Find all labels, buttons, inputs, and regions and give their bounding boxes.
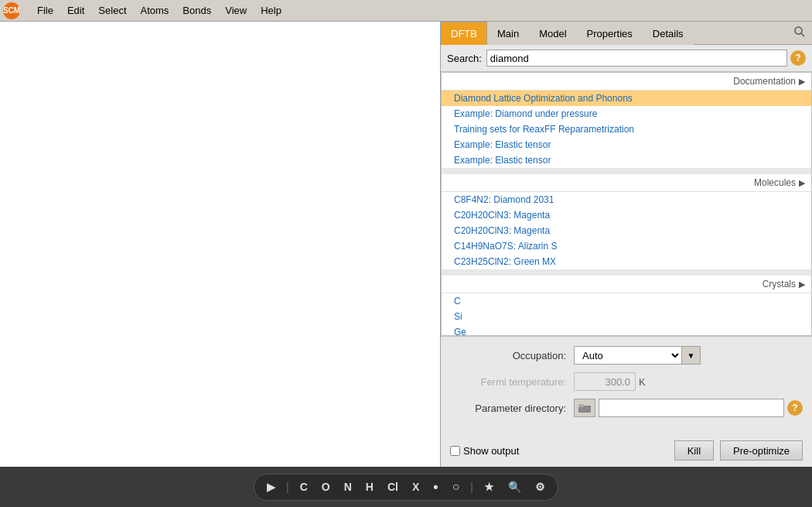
oxygen-tool[interactable]: O	[319, 479, 333, 495]
divider-1	[442, 168, 811, 174]
fermi-row: Fermi temperature: K	[450, 372, 803, 391]
documentation-expand-icon: ▶	[799, 77, 805, 87]
show-output-checkbox[interactable]	[450, 446, 460, 456]
svg-rect-3	[578, 404, 584, 407]
star-tool[interactable]: ★	[481, 479, 497, 495]
documentation-section-header[interactable]: Documentation ▶	[442, 73, 811, 91]
param-dir-input[interactable]	[599, 399, 784, 417]
doc-result-4[interactable]: Example: Elastic tensor	[442, 152, 811, 168]
occupation-field: Auto ▼	[574, 346, 803, 365]
param-dir-label: Parameter directory:	[450, 403, 574, 414]
show-output-wrap: Show output	[450, 445, 519, 457]
occupation-row: Occupation: Auto ▼	[450, 346, 803, 365]
mol-result-0[interactable]: C8F4N2: Diamond 2031	[442, 192, 811, 207]
search-input[interactable]	[486, 50, 787, 67]
toolbar-pill: ▶ | C O N H Cl X • ○ | ★ 🔍 ⚙	[254, 474, 558, 501]
crystal-result-0[interactable]: C	[442, 293, 811, 309]
action-row: Show output Kill Pre-optimize	[441, 434, 812, 467]
param-dir-field: ?	[574, 399, 803, 417]
select-menu[interactable]: Select	[92, 3, 132, 18]
occupation-label: Occupation:	[450, 350, 574, 361]
tab-main[interactable]: Main	[487, 22, 529, 45]
bottom-toolbar: ▶ | C O N H Cl X • ○ | ★ 🔍 ⚙	[0, 467, 812, 507]
file-menu[interactable]: File	[31, 3, 60, 18]
param-dir-row: Parameter directory: ?	[450, 399, 803, 417]
molecules-expand-icon: ▶	[799, 178, 805, 188]
cursor-tool[interactable]: ▶	[264, 479, 278, 495]
settings-panel: Occupation: Auto ▼ Fermi temperature: K	[441, 336, 812, 434]
divider-2	[442, 269, 811, 276]
tab-search-icon[interactable]	[787, 22, 812, 43]
tab-model[interactable]: Model	[529, 22, 576, 45]
x-tool[interactable]: X	[409, 479, 422, 495]
main-layout: DFTB Main Model Properties Details Searc…	[0, 22, 812, 467]
scm-logo: SCM	[3, 2, 23, 19]
show-output-label[interactable]: Show output	[463, 445, 519, 457]
doc-result-1[interactable]: Example: Diamond under pressure	[442, 106, 811, 122]
param-dir-help-button[interactable]: ?	[787, 400, 803, 416]
edit-menu[interactable]: Edit	[61, 3, 90, 18]
fermi-input	[574, 372, 636, 391]
kill-button[interactable]: Kill	[674, 440, 714, 461]
view-menu[interactable]: View	[219, 3, 253, 18]
chlorine-tool[interactable]: Cl	[384, 479, 401, 495]
crystals-expand-icon: ▶	[799, 279, 805, 289]
scm-icon: SCM	[3, 2, 20, 19]
help-menu[interactable]: Help	[254, 3, 288, 18]
magnify-tool[interactable]: 🔍	[505, 479, 524, 495]
tab-properties[interactable]: Properties	[577, 22, 643, 45]
search-area: Search: ?	[441, 45, 812, 72]
svg-line-1	[801, 33, 804, 36]
search-label: Search:	[447, 53, 482, 64]
gear-tool[interactable]: ⚙	[532, 479, 548, 495]
doc-result-3[interactable]: Example: Elastic tensor	[442, 137, 811, 152]
param-dir-browse-button[interactable]	[574, 399, 595, 417]
doc-result-2[interactable]: Training sets for ReaxFF Reparametrizati…	[442, 122, 811, 137]
dot-tool[interactable]: •	[430, 478, 441, 497]
fermi-unit: K	[639, 376, 646, 388]
ring-tool[interactable]: ○	[449, 478, 463, 495]
results-panel: Documentation ▶ Diamond Lattice Optimiza…	[441, 72, 812, 336]
tab-dftb[interactable]: DFTB	[441, 22, 487, 45]
atoms-menu[interactable]: Atoms	[135, 3, 176, 18]
crystals-section-header[interactable]: Crystals ▶	[442, 276, 811, 293]
doc-result-0[interactable]: Diamond Lattice Optimization and Phonons	[442, 91, 811, 106]
preoptimize-button[interactable]: Pre-optimize	[720, 440, 803, 461]
mol-result-3[interactable]: C14H9NaO7S: Alizarin S	[442, 238, 811, 254]
fermi-label: Fermi temperature:	[450, 376, 574, 388]
molecules-section-header[interactable]: Molecules ▶	[442, 174, 811, 192]
crystal-result-2[interactable]: Ge	[442, 324, 811, 336]
fermi-field: K	[574, 372, 803, 391]
svg-point-0	[795, 27, 802, 34]
mol-result-2[interactable]: C20H20ClN3: Magenta	[442, 223, 811, 238]
carbon-tool[interactable]: C	[297, 479, 311, 495]
tab-details[interactable]: Details	[643, 22, 694, 45]
hydrogen-tool[interactable]: H	[363, 479, 377, 495]
mol-result-1[interactable]: C20H20ClN3: Magenta	[442, 207, 811, 223]
search-help-button[interactable]: ?	[790, 50, 806, 66]
crystal-result-1[interactable]: Si	[442, 309, 811, 324]
nitrogen-tool[interactable]: N	[341, 479, 355, 495]
right-panel: DFTB Main Model Properties Details Searc…	[441, 22, 812, 467]
menubar: SCM File Edit Select Atoms Bonds View He…	[0, 0, 812, 22]
canvas-panel	[0, 22, 441, 467]
occupation-dropdown-arrow[interactable]: ▼	[682, 346, 701, 365]
occupation-select[interactable]: Auto	[574, 346, 682, 365]
bonds-menu[interactable]: Bonds	[176, 3, 217, 18]
tab-bar: DFTB Main Model Properties Details	[441, 22, 812, 45]
mol-result-4[interactable]: C23H25ClN2: Green MX	[442, 254, 811, 269]
